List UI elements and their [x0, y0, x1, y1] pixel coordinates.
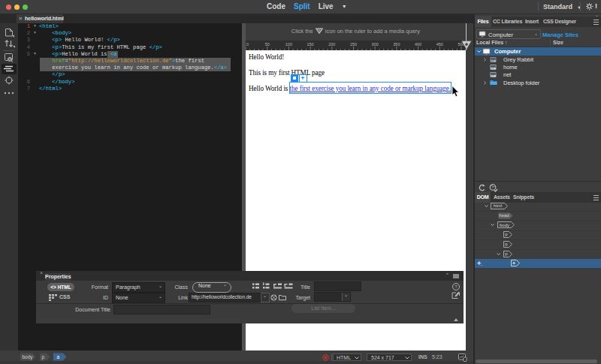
svg-text:350: 350 [393, 42, 400, 47]
svg-text:200: 200 [328, 42, 335, 47]
svg-text:150: 150 [307, 42, 314, 47]
svg-text:250: 250 [350, 42, 357, 47]
svg-text:450: 450 [436, 42, 443, 47]
svg-text:0: 0 [246, 42, 249, 47]
svg-text:p: p [42, 354, 45, 360]
svg-text:a: a [57, 354, 60, 359]
svg-text:100: 100 [285, 42, 292, 47]
svg-text:50: 50 [265, 42, 270, 47]
svg-text:300: 300 [372, 42, 379, 47]
svg-text:400: 400 [415, 42, 421, 47]
svg-text:body: body [23, 354, 34, 360]
